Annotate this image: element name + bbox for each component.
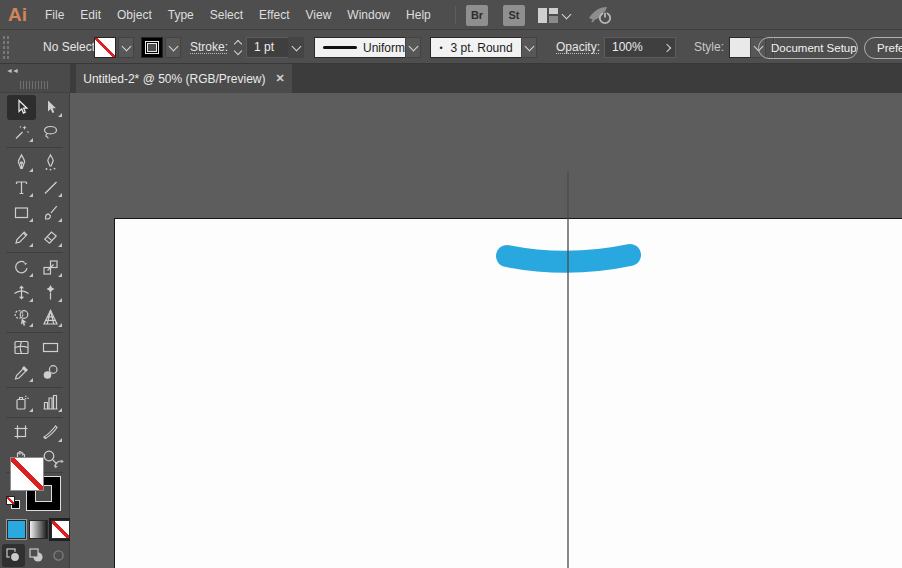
mesh-tool[interactable]	[7, 335, 36, 360]
pen-tool[interactable]	[7, 150, 36, 175]
eraser-tool[interactable]	[36, 225, 65, 250]
menu-window[interactable]: Window	[339, 0, 398, 30]
menu-type[interactable]: Type	[160, 0, 202, 30]
line-segment-tool[interactable]	[36, 175, 65, 200]
opacity-field[interactable]: 100%	[604, 37, 662, 58]
magic-wand-tool[interactable]	[7, 120, 36, 145]
artwork-layer	[70, 93, 902, 568]
menu-object[interactable]: Object	[109, 0, 160, 30]
none-button[interactable]	[51, 520, 70, 539]
menu-view[interactable]: View	[298, 0, 340, 30]
menu-edit[interactable]: Edit	[72, 0, 109, 30]
stroke-color-dropdown[interactable]	[165, 37, 181, 58]
selection-tool[interactable]	[7, 95, 36, 120]
eyedropper-tool[interactable]	[7, 360, 36, 385]
type-tool[interactable]	[7, 175, 36, 200]
rotate-tool[interactable]	[7, 255, 36, 280]
stock-button[interactable]: St	[503, 5, 525, 26]
rectangle-tool[interactable]	[7, 200, 36, 225]
brush-definition-chevron[interactable]	[405, 37, 421, 58]
swap-fill-stroke-icon[interactable]	[52, 458, 66, 471]
shape-builder-tool[interactable]	[7, 305, 36, 330]
slice-tool[interactable]	[36, 420, 65, 445]
perspective-grid-tool[interactable]	[36, 305, 65, 330]
gradient-button[interactable]	[29, 520, 48, 539]
draw-normal-button[interactable]	[2, 544, 25, 567]
artboard-tool[interactable]	[7, 420, 36, 445]
gpu-performance-icon[interactable]	[586, 4, 614, 26]
default-fill-stroke-icon[interactable]	[6, 496, 20, 509]
style-swatch[interactable]	[729, 37, 751, 58]
brush-definition-dropdown[interactable]: Uniform	[314, 37, 406, 58]
menu-file[interactable]: File	[37, 0, 72, 30]
column-graph-tool[interactable]	[36, 390, 65, 415]
fill-stroke-indicator	[0, 456, 70, 514]
paintbrush-tool[interactable]	[36, 200, 65, 225]
preferences-button[interactable]: Preferences	[864, 37, 902, 59]
document-tab[interactable]: Untitled-2* @ 50% (RGB/Preview) ✕	[76, 64, 292, 93]
stroke-weight-field[interactable]: 1 pt	[246, 37, 289, 58]
symbol-sprayer-tool[interactable]	[7, 390, 36, 415]
stroke-weight-stepper[interactable]	[231, 37, 244, 58]
width-profile-preview-icon: •	[439, 43, 442, 53]
opacity-panel-link[interactable]: Opacity:	[556, 31, 600, 63]
width-profile-value: 3 pt. Round	[451, 41, 513, 55]
opacity-chevron[interactable]	[661, 37, 676, 58]
lasso-tool[interactable]	[36, 120, 65, 145]
collapse-panel-icon[interactable]: ◄◄	[6, 67, 18, 74]
menu-effect[interactable]: Effect	[251, 0, 297, 30]
bridge-button[interactable]: Br	[466, 5, 488, 26]
document-tab-title: Untitled-2* @ 50% (RGB/Preview)	[83, 72, 265, 86]
drawing-modes	[0, 544, 70, 568]
width-profile-chevron[interactable]	[521, 37, 537, 58]
menubar-separator	[455, 6, 456, 24]
stroke-weight-dropdown[interactable]	[288, 37, 304, 58]
chevron-down-icon[interactable]	[562, 10, 572, 20]
menu-items: File Edit Object Type Select Effect View…	[37, 0, 439, 30]
draw-behind-button[interactable]	[25, 544, 48, 567]
illustrator-window: Ai File Edit Object Type Select Effect V…	[0, 0, 902, 568]
fill-color-swatch[interactable]	[94, 37, 116, 58]
puppet-warp-tool[interactable]	[36, 280, 65, 305]
control-bar: No Selection Stroke: 1 pt Uniform • 3 pt…	[0, 31, 902, 64]
menu-select[interactable]: Select	[202, 0, 251, 30]
width-profile-dropdown[interactable]: • 3 pt. Round	[430, 37, 522, 58]
close-tab-icon[interactable]: ✕	[276, 72, 285, 85]
blend-tool[interactable]	[36, 360, 65, 385]
color-buttons	[0, 520, 70, 540]
color-button[interactable]	[7, 520, 26, 539]
scale-tool[interactable]	[36, 255, 65, 280]
style-label: Style:	[694, 31, 724, 63]
tools-panel-header: ◄◄	[0, 64, 70, 93]
gradient-tool[interactable]	[36, 335, 65, 360]
control-bar-grip[interactable]	[2, 35, 11, 60]
direct-selection-tool[interactable]	[36, 95, 65, 120]
width-tool[interactable]	[7, 280, 36, 305]
curvature-tool[interactable]	[36, 150, 65, 175]
stroke-color-swatch[interactable]	[141, 37, 163, 58]
document-setup-button[interactable]: Document Setup	[758, 37, 858, 59]
main-area	[0, 93, 902, 568]
panel-grip[interactable]	[20, 81, 50, 89]
illustrator-logo: Ai	[8, 4, 27, 26]
fill-swatch[interactable]	[10, 457, 44, 491]
canvas[interactable]	[70, 93, 902, 568]
stroke-panel-link[interactable]: Stroke:	[190, 31, 228, 63]
draw-inside-button[interactable]	[47, 544, 70, 567]
menu-help[interactable]: Help	[398, 0, 439, 30]
brush-stroke-preview-icon	[323, 46, 357, 49]
brush-definition-value: Uniform	[363, 41, 405, 55]
tab-bar: ◄◄ Untitled-2* @ 50% (RGB/Preview) ✕	[0, 64, 902, 93]
pencil-tool[interactable]	[7, 225, 36, 250]
menu-bar: Ai File Edit Object Type Select Effect V…	[0, 0, 902, 30]
workspace-switcher-icon[interactable]	[538, 8, 558, 23]
fill-color-dropdown[interactable]	[118, 37, 134, 58]
tools-panel	[0, 93, 70, 568]
